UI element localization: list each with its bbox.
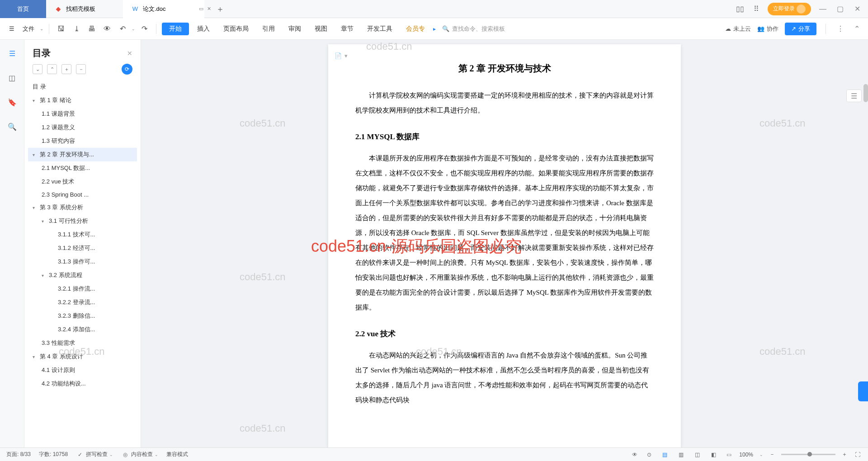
toc-item[interactable]: 目 录: [28, 80, 137, 94]
tab-window-icon[interactable]: ▭: [199, 6, 203, 12]
close-icon[interactable]: ✕: [852, 4, 863, 14]
chevron-down-icon[interactable]: ▾: [33, 98, 39, 103]
zoom-out-icon[interactable]: －: [769, 451, 775, 458]
tab-home[interactable]: 首页: [0, 0, 46, 18]
chevron-down-icon[interactable]: ▾: [33, 354, 39, 359]
outline-icon[interactable]: ☰: [7, 48, 18, 59]
toc-close-icon[interactable]: ✕: [127, 50, 132, 57]
fullscreen-icon[interactable]: ⛶: [854, 451, 862, 459]
page-drop-icon[interactable]: ▾: [344, 52, 348, 59]
chevron-down-icon[interactable]: ▾: [42, 273, 48, 278]
zoom-in-icon[interactable]: ＋: [842, 451, 847, 458]
ruler-icon[interactable]: ▭: [725, 451, 733, 459]
view-book-icon[interactable]: ◫: [692, 450, 702, 460]
chevron-down-icon[interactable]: ▾: [33, 152, 39, 157]
toc-item[interactable]: 4.2 功能结构设...: [28, 377, 137, 390]
undo-icon[interactable]: ↶: [116, 23, 129, 35]
tab-member[interactable]: 会员专: [401, 22, 430, 36]
toc-item[interactable]: 3.3 性能需求: [28, 336, 137, 350]
toc-item[interactable]: 3.1.2 经济可...: [28, 241, 137, 255]
page-doc-icon[interactable]: 📄: [335, 52, 342, 59]
toc-item[interactable]: 4.1 设计原则: [28, 363, 137, 377]
collapse-ribbon-icon[interactable]: ⌃: [852, 23, 862, 35]
toc-item[interactable]: ▾3.2 系统流程: [28, 268, 137, 282]
zoom-slider[interactable]: [781, 454, 835, 455]
tab-view[interactable]: 视图: [309, 22, 333, 36]
more-icon[interactable]: ⋮: [835, 23, 846, 35]
tab-close-icon[interactable]: ✕: [207, 6, 211, 12]
print-icon[interactable]: 🖶: [85, 23, 98, 35]
toc-item[interactable]: 1.2 课题意义: [28, 121, 137, 134]
minimize-icon[interactable]: —: [817, 4, 828, 14]
toc-item[interactable]: 3.2.3 删除信...: [28, 309, 137, 323]
toc-item[interactable]: 3.2.4 添加信...: [28, 323, 137, 336]
toc-item-label: 4.1 设计原则: [42, 366, 75, 374]
toc-item[interactable]: 3.2.1 操作流...: [28, 282, 137, 296]
toc-item[interactable]: 2.1 MYSQL 数据...: [28, 161, 137, 175]
page-indicator[interactable]: 页面: 8/33: [6, 451, 31, 458]
focus-icon[interactable]: ⊙: [645, 451, 653, 459]
toc-item[interactable]: 1.3 研究内容: [28, 134, 137, 148]
view-page-icon[interactable]: ▤: [660, 450, 670, 460]
collab-button[interactable]: 👥 协作: [757, 25, 778, 33]
scrollbar-thumb[interactable]: [863, 84, 868, 102]
tabs-more-icon[interactable]: ▸: [433, 26, 436, 32]
toc-update-icon[interactable]: ⟳: [122, 64, 132, 75]
toc-remove[interactable]: －: [76, 64, 86, 74]
share-button[interactable]: ↗ 分享: [785, 23, 816, 35]
right-float-menu[interactable]: ☰: [846, 89, 862, 102]
login-button[interactable]: 立即登录: [768, 3, 811, 15]
tab-start[interactable]: 开始: [162, 23, 189, 35]
eye-icon[interactable]: 👁: [631, 451, 639, 459]
tab-devtools[interactable]: 开发工具: [362, 22, 398, 36]
search-icon: 🔍: [442, 25, 449, 32]
tab-template[interactable]: ◆ 找稻壳模板: [46, 0, 123, 18]
toc-item[interactable]: ▾第 3 章 系统分析: [28, 201, 137, 214]
search-box[interactable]: 🔍 查找命令、搜索模板: [439, 23, 509, 35]
toc-expand-all[interactable]: ⌃: [47, 64, 57, 74]
chevron-down-icon[interactable]: ▾: [33, 205, 39, 210]
tab-ref[interactable]: 引用: [257, 22, 280, 36]
toc-item[interactable]: 2.2 vue 技术: [28, 175, 137, 188]
find-icon[interactable]: 🔍: [7, 121, 18, 132]
tab-document-active[interactable]: W 论文.doc: [123, 0, 204, 18]
menu-hamburger[interactable]: ☰: [6, 24, 17, 34]
chevron-down-icon[interactable]: ▾: [42, 219, 48, 224]
content-check-toggle[interactable]: ◎ 内容检查 ⌄: [121, 451, 158, 459]
toc-item[interactable]: 1.1 课题背景: [28, 107, 137, 121]
view-web-icon[interactable]: ◧: [708, 450, 718, 460]
tab-review[interactable]: 审阅: [283, 22, 307, 36]
preview-icon[interactable]: 👁: [101, 23, 113, 35]
toc-item[interactable]: 3.2.2 登录流...: [28, 296, 137, 309]
file-menu[interactable]: 文件: [20, 23, 37, 35]
toc-item[interactable]: 2.3 Spring Boot ...: [28, 188, 137, 201]
tab-chapter[interactable]: 章节: [335, 22, 359, 36]
cloud-status[interactable]: ☁ 未上云: [725, 25, 751, 33]
toc-add[interactable]: ＋: [61, 64, 71, 74]
redo-icon[interactable]: ↷: [138, 23, 151, 35]
doc-area[interactable]: 📄 ▾ 第 2 章 开发环境与技术 计算机学院校友网的编码实现需要搭建一定的环境…: [141, 40, 868, 447]
spellcheck-toggle[interactable]: ✓ 拼写检查 ⌄: [76, 451, 113, 459]
compat-mode[interactable]: 兼容模式: [166, 451, 188, 458]
toc-item[interactable]: ▾3.1 可行性分析: [28, 214, 137, 228]
tab-layout[interactable]: 页面布局: [218, 22, 254, 36]
toc-item[interactable]: 3.1.3 操作可...: [28, 255, 137, 268]
saveas-icon[interactable]: ⤓: [70, 23, 83, 35]
maximize-icon[interactable]: ▢: [835, 4, 845, 14]
tab-add[interactable]: ＋: [211, 4, 229, 14]
save-icon[interactable]: 🖫: [55, 23, 67, 35]
tab-insert[interactable]: 插入: [192, 22, 215, 36]
toc-item[interactable]: ▾第 1 章 绪论: [28, 94, 137, 107]
structure-icon[interactable]: ◫: [7, 72, 18, 83]
toc-item[interactable]: ▾第 2 章 开发环境与...: [28, 148, 137, 161]
zoom-value[interactable]: 100%: [739, 452, 753, 458]
word-count[interactable]: 字数: 10758: [39, 451, 68, 458]
reading-mode-icon[interactable]: ▯▯: [735, 4, 745, 14]
bookmark-icon[interactable]: 🔖: [7, 97, 18, 108]
toc-collapse-all[interactable]: ⌄: [33, 64, 42, 74]
view-outline-icon[interactable]: ▥: [676, 450, 686, 460]
apps-icon[interactable]: ⠿: [751, 4, 761, 14]
toc-item[interactable]: 3.1.1 技术可...: [28, 228, 137, 241]
right-edge-handle[interactable]: [858, 381, 868, 401]
toc-item[interactable]: ▾第 4 章 系统设计: [28, 350, 137, 363]
